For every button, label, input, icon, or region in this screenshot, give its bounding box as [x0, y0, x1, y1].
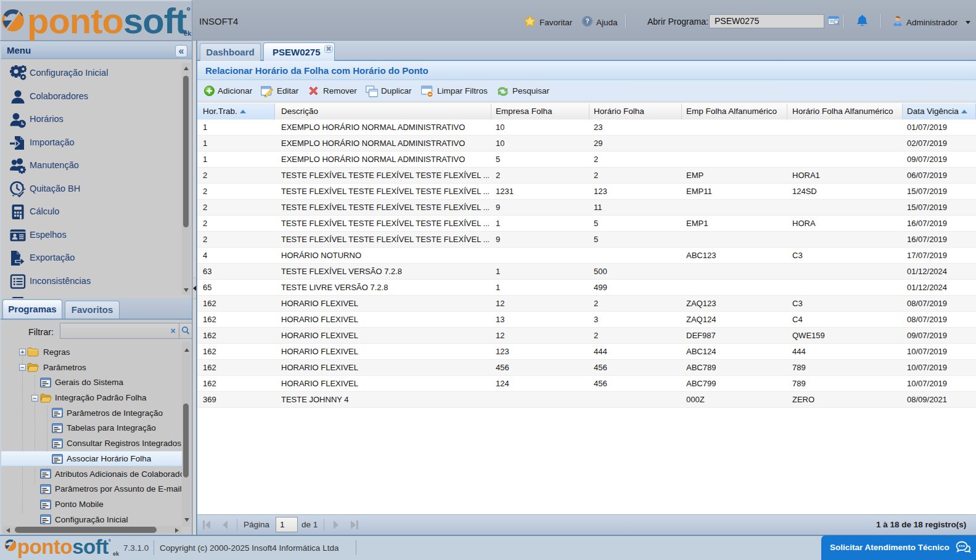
svg-text:?: ? [585, 18, 589, 25]
